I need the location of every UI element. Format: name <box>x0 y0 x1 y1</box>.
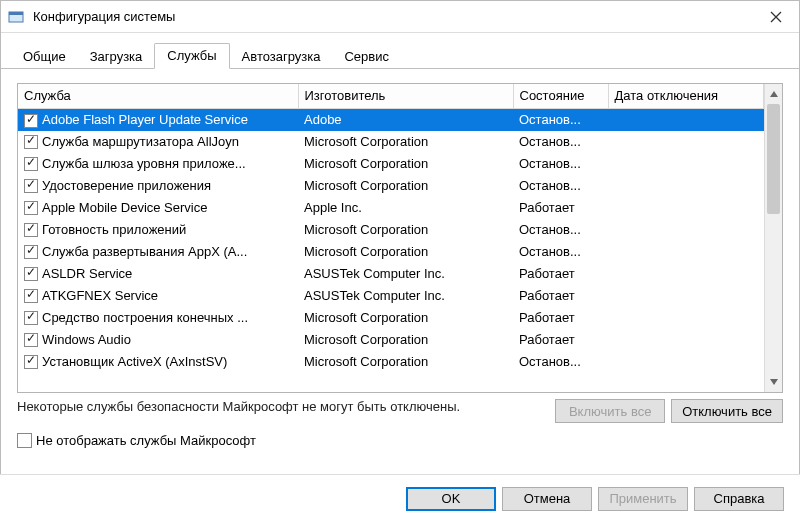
tab-boot[interactable]: Загрузка <box>78 45 155 69</box>
table-row[interactable]: Служба шлюза уровня приложе...Microsoft … <box>18 153 764 175</box>
service-status: Останов... <box>513 153 608 175</box>
service-status: Работает <box>513 197 608 219</box>
col-manufacturer[interactable]: Изготовитель <box>298 84 513 109</box>
hide-ms-checkbox[interactable] <box>17 433 32 448</box>
service-status: Останов... <box>513 219 608 241</box>
service-manufacturer: Microsoft Corporation <box>298 329 513 351</box>
enable-all-button[interactable]: Включить все <box>555 399 665 423</box>
tab-startup[interactable]: Автозагрузка <box>230 45 333 69</box>
scroll-down-icon[interactable] <box>765 372 782 392</box>
service-status: Останов... <box>513 241 608 263</box>
cancel-button[interactable]: Отмена <box>502 487 592 511</box>
table-row[interactable]: Установщик ActiveX (AxInstSV)Microsoft C… <box>18 351 764 373</box>
service-manufacturer: ASUSTek Computer Inc. <box>298 263 513 285</box>
table-row[interactable]: ASLDR ServiceASUSTek Computer Inc.Работа… <box>18 263 764 285</box>
service-date-disabled <box>608 197 764 219</box>
service-manufacturer: Microsoft Corporation <box>298 351 513 373</box>
service-status: Останов... <box>513 175 608 197</box>
service-date-disabled <box>608 109 764 131</box>
service-name: Windows Audio <box>42 332 131 347</box>
service-name: Готовность приложений <box>42 222 186 237</box>
col-date-disabled[interactable]: Дата отключения <box>608 84 764 109</box>
hide-ms-label: Не отображать службы Майкрософт <box>36 433 256 448</box>
scroll-up-icon[interactable] <box>765 84 782 104</box>
col-status[interactable]: Состояние <box>513 84 608 109</box>
service-checkbox[interactable] <box>24 267 38 281</box>
service-checkbox[interactable] <box>24 311 38 325</box>
disable-all-button[interactable]: Отключить все <box>671 399 783 423</box>
service-name: Средство построения конечных ... <box>42 310 248 325</box>
service-checkbox[interactable] <box>24 245 38 259</box>
service-date-disabled <box>608 351 764 373</box>
table-row[interactable]: Adobe Flash Player Update ServiceAdobeОс… <box>18 109 764 131</box>
services-table: Служба Изготовитель Состояние Дата отклю… <box>18 84 764 373</box>
service-date-disabled <box>608 285 764 307</box>
help-button[interactable]: Справка <box>694 487 784 511</box>
apply-button[interactable]: Применить <box>598 487 688 511</box>
app-icon <box>7 8 25 26</box>
service-name: Apple Mobile Device Service <box>42 200 207 215</box>
services-table-container: Служба Изготовитель Состояние Дата отклю… <box>17 83 783 393</box>
dialog-footer: OK Отмена Применить Справка <box>0 474 800 522</box>
scrollbar-thumb[interactable] <box>767 104 780 214</box>
service-date-disabled <box>608 131 764 153</box>
service-checkbox[interactable] <box>24 333 38 347</box>
service-name: Служба развертывания AppX (A... <box>42 244 247 259</box>
service-name: Установщик ActiveX (AxInstSV) <box>42 354 227 369</box>
table-row[interactable]: Средство построения конечных ...Microsof… <box>18 307 764 329</box>
service-status: Работает <box>513 307 608 329</box>
service-checkbox[interactable] <box>24 114 38 128</box>
table-row[interactable]: Windows AudioMicrosoft CorporationРабота… <box>18 329 764 351</box>
service-checkbox[interactable] <box>24 289 38 303</box>
service-status: Работает <box>513 263 608 285</box>
table-row[interactable]: Apple Mobile Device ServiceApple Inc.Раб… <box>18 197 764 219</box>
tab-services[interactable]: Службы <box>154 43 229 69</box>
service-checkbox[interactable] <box>24 135 38 149</box>
service-manufacturer: Adobe <box>298 109 513 131</box>
service-manufacturer: Microsoft Corporation <box>298 153 513 175</box>
service-manufacturer: ASUSTek Computer Inc. <box>298 285 513 307</box>
table-row[interactable]: Готовность приложенийMicrosoft Corporati… <box>18 219 764 241</box>
ok-button[interactable]: OK <box>406 487 496 511</box>
service-date-disabled <box>608 175 764 197</box>
window-title: Конфигурация системы <box>33 9 175 24</box>
service-date-disabled <box>608 241 764 263</box>
service-name: Служба шлюза уровня приложе... <box>42 156 246 171</box>
service-date-disabled <box>608 329 764 351</box>
service-manufacturer: Microsoft Corporation <box>298 131 513 153</box>
service-manufacturer: Microsoft Corporation <box>298 307 513 329</box>
service-checkbox[interactable] <box>24 355 38 369</box>
service-name: ASLDR Service <box>42 266 132 281</box>
service-status: Останов... <box>513 131 608 153</box>
service-name: ATKGFNEX Service <box>42 288 158 303</box>
service-status: Останов... <box>513 109 608 131</box>
table-row[interactable]: ATKGFNEX ServiceASUSTek Computer Inc.Раб… <box>18 285 764 307</box>
service-checkbox[interactable] <box>24 223 38 237</box>
table-row[interactable]: Служба развертывания AppX (A...Microsoft… <box>18 241 764 263</box>
service-checkbox[interactable] <box>24 157 38 171</box>
service-checkbox[interactable] <box>24 179 38 193</box>
service-status: Работает <box>513 329 608 351</box>
table-row[interactable]: Служба маршрутизатора AllJoynMicrosoft C… <box>18 131 764 153</box>
service-name: Служба маршрутизатора AllJoyn <box>42 134 239 149</box>
tab-tools[interactable]: Сервис <box>332 45 401 69</box>
tab-general[interactable]: Общие <box>11 45 78 69</box>
service-date-disabled <box>608 219 764 241</box>
titlebar: Конфигурация системы <box>1 1 799 33</box>
service-date-disabled <box>608 263 764 285</box>
service-manufacturer: Microsoft Corporation <box>298 219 513 241</box>
service-date-disabled <box>608 153 764 175</box>
close-button[interactable] <box>753 1 799 33</box>
service-status: Останов... <box>513 351 608 373</box>
tab-bar: Общие Загрузка Службы Автозагрузка Серви… <box>1 33 799 69</box>
svg-rect-1 <box>9 12 23 15</box>
service-manufacturer: Apple Inc. <box>298 197 513 219</box>
service-status: Работает <box>513 285 608 307</box>
scrollbar-vertical[interactable] <box>764 84 782 392</box>
service-manufacturer: Microsoft Corporation <box>298 241 513 263</box>
service-date-disabled <box>608 307 764 329</box>
table-row[interactable]: Удостоверение приложенияMicrosoft Corpor… <box>18 175 764 197</box>
service-checkbox[interactable] <box>24 201 38 215</box>
service-manufacturer: Microsoft Corporation <box>298 175 513 197</box>
col-service[interactable]: Служба <box>18 84 298 109</box>
